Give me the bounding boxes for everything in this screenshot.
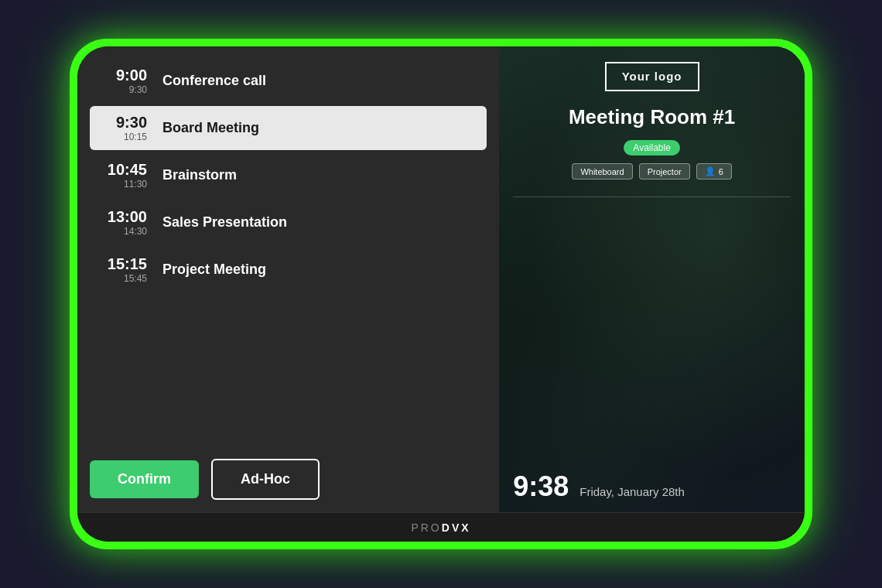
meeting-title-5: Project Meeting [162, 262, 266, 278]
capacity-icon: 👤 [705, 166, 716, 176]
meeting-time-4: 13:00 14:30 [101, 208, 147, 237]
amenity-whiteboard: Whiteboard [572, 163, 632, 179]
logo-box: Your logo [605, 62, 699, 91]
brand-pro: PRO [411, 521, 441, 534]
whiteboard-label: Whiteboard [580, 167, 624, 176]
right-panel: Your logo Meeting Room #1 Available Whit… [499, 46, 805, 512]
brand-bar: PRODVX [77, 512, 805, 542]
meeting-title-4: Sales Presentation [162, 214, 287, 231]
meeting-time-1: 9:00 9:30 [101, 67, 147, 95]
time-end-2: 10:15 [124, 132, 147, 142]
left-panel: 9:00 9:30 Conference call 9:30 10:15 Boa… [77, 46, 499, 512]
amenity-capacity: 👤 6 [696, 163, 732, 179]
time-start-5: 15:15 [108, 255, 147, 273]
meeting-time-5: 15:15 15:45 [101, 255, 147, 284]
time-start-2: 9:30 [116, 114, 147, 132]
confirm-button[interactable]: Confirm [90, 460, 199, 498]
capacity-label: 6 [719, 167, 723, 176]
screen-content: 9:00 9:30 Conference call 9:30 10:15 Boa… [77, 46, 805, 512]
time-start-3: 10:45 [108, 161, 147, 179]
brand-text: PRODVX [411, 521, 470, 534]
meeting-item-1[interactable]: 9:00 9:30 Conference call [90, 59, 487, 103]
meeting-item-2[interactable]: 9:30 10:15 Board Meeting [90, 106, 487, 150]
meeting-item-5[interactable]: 15:15 15:45 Project Meeting [90, 248, 487, 292]
amenity-projector: Projector [639, 163, 690, 179]
time-end-1: 9:30 [129, 84, 147, 95]
time-end-4: 14:30 [124, 226, 147, 237]
right-content: Your logo Meeting Room #1 Available Whit… [499, 46, 805, 512]
meeting-title-1: Conference call [162, 73, 266, 89]
device-frame: 9:00 9:30 Conference call 9:30 10:15 Boa… [70, 39, 812, 549]
meeting-time-3: 10:45 11:30 [101, 161, 147, 190]
status-badge: Available [624, 140, 679, 156]
time-end-3: 11:30 [124, 179, 147, 190]
amenities-row: Whiteboard Projector 👤 6 [513, 163, 791, 179]
logo-text: Your logo [622, 70, 682, 83]
action-buttons: Confirm Ad-Hoc [90, 446, 487, 512]
meeting-title-2: Board Meeting [162, 120, 259, 136]
device-screen: 9:00 9:30 Conference call 9:30 10:15 Boa… [77, 46, 805, 542]
current-time: 9:38 [513, 470, 569, 503]
meeting-time-2: 9:30 10:15 [101, 114, 147, 142]
time-start-4: 13:00 [108, 208, 147, 226]
meeting-item-4[interactable]: 13:00 14:30 Sales Presentation [90, 200, 487, 244]
current-date: Friday, January 28th [579, 485, 685, 498]
projector-label: Projector [648, 167, 682, 176]
right-footer: 9:38 Friday, January 28th [513, 461, 791, 503]
adhoc-button[interactable]: Ad-Hoc [211, 459, 320, 500]
time-end-5: 15:45 [124, 273, 147, 284]
meetings-list: 9:00 9:30 Conference call 9:30 10:15 Boa… [90, 59, 487, 446]
time-start-1: 9:00 [116, 67, 147, 84]
room-name: Meeting Room #1 [513, 105, 791, 129]
meeting-title-3: Brainstorm [162, 167, 237, 183]
meeting-item-3[interactable]: 10:45 11:30 Brainstorm [90, 153, 487, 197]
divider [513, 197, 791, 197]
